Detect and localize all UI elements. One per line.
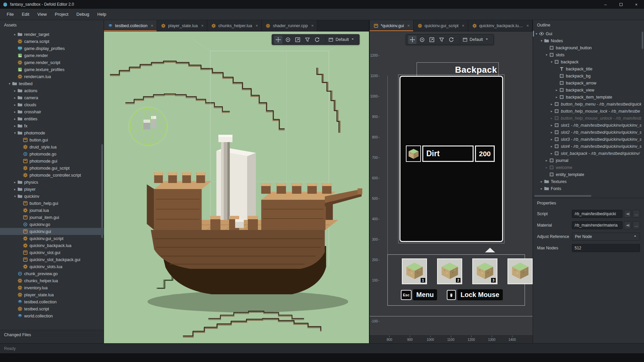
- menu-help[interactable]: Help: [93, 12, 110, 17]
- asset-item-quickinv-gui-script[interactable]: quickinv.gui_script: [0, 235, 104, 242]
- property-select[interactable]: Per Node: [572, 233, 640, 241]
- left-tab-shader-runner-cpp[interactable]: shader_runner.cpp×: [262, 20, 317, 31]
- asset-item-testbed[interactable]: ▾testbed: [0, 80, 104, 87]
- scale-tool-button[interactable]: [293, 36, 302, 44]
- outline-item-fonts[interactable]: ▸Fonts: [533, 185, 641, 192]
- asset-item-quickinv-slot-backpack-gui[interactable]: quickinv_slot_backpack.gui: [0, 256, 104, 263]
- asset-item-game-texture-profiles[interactable]: game.texture_profiles: [0, 66, 104, 73]
- expander-right-icon[interactable]: ▸: [544, 166, 549, 169]
- open-resource-button[interactable]: [624, 210, 631, 218]
- minimize-button[interactable]: –: [598, 0, 613, 9]
- outline-item-nodes[interactable]: ▾Nodes: [533, 37, 641, 44]
- right-tab-quickinv-backpack-lu[interactable]: quickinv_backpack.lu…×: [468, 20, 533, 31]
- right-tab-quickinv-gui[interactable]: *quickinv.gui×: [370, 20, 414, 31]
- move-tool-button[interactable]: [408, 36, 417, 44]
- move-tool-button[interactable]: [274, 36, 282, 44]
- expander-down-icon[interactable]: ▾: [13, 194, 17, 198]
- asset-item-physics[interactable]: ▸physics: [0, 179, 104, 186]
- expander-right-icon[interactable]: ▸: [549, 130, 554, 134]
- asset-item-photomode-gui-script[interactable]: photomode.gui_script: [0, 165, 104, 172]
- expander-right-icon[interactable]: ▸: [549, 144, 554, 148]
- changed-files-section[interactable]: Changed Files: [0, 330, 104, 339]
- filter-tool-button[interactable]: [437, 36, 446, 44]
- gui-editor-viewport[interactable]: Backpack Dirt 200 123 Esc Menu Lock Mous…: [370, 32, 533, 343]
- asset-item-clouds[interactable]: ▸clouds: [0, 101, 104, 108]
- expander-right-icon[interactable]: ▸: [549, 123, 554, 127]
- asset-item-game-display-profiles[interactable]: game.display_profiles: [0, 45, 104, 52]
- view-preset-dropdown[interactable]: Default: [325, 36, 357, 44]
- browse-resource-button[interactable]: …: [633, 221, 640, 229]
- asset-item-button-help-gui[interactable]: button_help.gui: [0, 200, 104, 207]
- expander-right-icon[interactable]: ▸: [554, 95, 559, 99]
- asset-item-camera[interactable]: ▸camera: [0, 94, 104, 101]
- asset-item-game-render[interactable]: game.render: [0, 52, 104, 59]
- asset-item-quickinv-backpack-lua[interactable]: quickinv_backpack.lua: [0, 242, 104, 249]
- asset-item-chunk-preview-go[interactable]: chunk_preview.go: [0, 270, 104, 277]
- outline-item-slot4-rb-main-testbed-quickinv-quickinv-[interactable]: ▸slot4 - /rb_main/testbed/quickinv/quick…: [533, 143, 641, 150]
- expander-right-icon[interactable]: ▸: [539, 187, 544, 190]
- close-tab-icon[interactable]: ×: [151, 23, 154, 28]
- outline-item-backpack-view[interactable]: ▸backpack_view: [533, 86, 641, 94]
- scene-3d-viewport[interactable]: Default: [104, 32, 369, 343]
- outline-item-gui[interactable]: ▾Gui: [533, 30, 641, 37]
- expander-down-icon[interactable]: ▾: [539, 39, 544, 43]
- asset-item-camera-script[interactable]: camera.script: [0, 38, 104, 45]
- close-tab-icon[interactable]: ×: [311, 23, 314, 28]
- outline-item-slot1-rb-main-testbed-quickinv-quickinv-[interactable]: ▸slot1 - /rb_main/testbed/quickinv/quick…: [533, 122, 641, 129]
- outline-hscrollbar[interactable]: [534, 195, 591, 197]
- asset-item-photomode-go[interactable]: photomode.go: [0, 150, 104, 158]
- asset-item-photomode-gui[interactable]: photomode.gui: [0, 158, 104, 165]
- close-tab-icon[interactable]: ×: [462, 23, 465, 28]
- asset-item-player[interactable]: ▸player: [0, 186, 104, 193]
- expander-right-icon[interactable]: ▸: [549, 109, 554, 113]
- view-preset-dropdown[interactable]: Default: [460, 36, 491, 44]
- outline-vscrollbar[interactable]: [642, 32, 643, 49]
- menu-edit[interactable]: Edit: [18, 12, 33, 17]
- expander-right-icon[interactable]: ▸: [13, 103, 17, 107]
- titlebar[interactable]: fantasy_sandbox - Defold Editor 2.0 – ×: [0, 0, 644, 9]
- outline-item-entity-template[interactable]: entity_template: [533, 171, 641, 178]
- expander-down-icon[interactable]: ▾: [549, 60, 554, 64]
- asset-item-player-state-lua[interactable]: player_state.lua: [0, 291, 104, 298]
- expander-right-icon[interactable]: ▸: [13, 110, 17, 114]
- expander-down-icon[interactable]: ▾: [534, 32, 539, 36]
- asset-item-button-gui[interactable]: button.gui: [0, 136, 104, 143]
- expander-right-icon[interactable]: ▸: [549, 152, 554, 155]
- close-tab-icon[interactable]: ×: [407, 23, 410, 28]
- asset-item-rendercam-lua[interactable]: rendercam.lua: [0, 73, 104, 80]
- asset-item-photomode-controller-script[interactable]: photomode_controller.script: [0, 172, 104, 179]
- outline-item-textures[interactable]: ▸Textures: [533, 178, 641, 185]
- expander-right-icon[interactable]: ▸: [13, 124, 17, 128]
- asset-item-crosshair[interactable]: ▸crosshair: [0, 108, 104, 115]
- asset-item-world-collection[interactable]: world.collection: [0, 312, 104, 319]
- outline-item-background-button[interactable]: background_button: [533, 44, 641, 51]
- property-value-input[interactable]: /rb_main/render/materia: [572, 221, 623, 229]
- expander-right-icon[interactable]: ▸: [13, 89, 17, 93]
- rotate-tool-button[interactable]: [284, 36, 292, 44]
- close-tab-icon[interactable]: ×: [256, 23, 258, 28]
- asset-item-journal-item-gui[interactable]: journal_item.gui: [0, 214, 104, 221]
- outline-item-backpack-arrow[interactable]: backpack_arrow: [533, 79, 641, 86]
- outline-item-slots[interactable]: ▾slots: [533, 51, 641, 58]
- filter-tool-button[interactable]: [303, 36, 312, 44]
- asset-item-druid-style-lua[interactable]: druid_style.lua: [0, 143, 104, 150]
- outline-item-slot-backpack-rb-main-testbed-quickinv[interactable]: ▸slot_backpack - /rb_main/testbed/quicki…: [533, 150, 641, 157]
- close-button[interactable]: ×: [629, 0, 644, 9]
- menu-file[interactable]: File: [3, 12, 18, 17]
- asset-item-journal-lua[interactable]: journal.lua: [0, 207, 104, 214]
- reload-tool-button[interactable]: [447, 36, 455, 44]
- outline-item-backpack[interactable]: ▾backpack: [533, 58, 641, 65]
- expander-right-icon[interactable]: ▸: [13, 117, 17, 121]
- expander-right-icon[interactable]: ▸: [13, 180, 17, 184]
- open-resource-button[interactable]: [624, 221, 631, 229]
- close-tab-icon[interactable]: ×: [201, 23, 204, 28]
- scale-tool-button[interactable]: [428, 36, 436, 44]
- outline-item-slot3-rb-main-testbed-quickinv-quickinv-[interactable]: ▸slot3 - /rb_main/testbed/quickinv/quick…: [533, 136, 641, 143]
- outline-item-backpack-title[interactable]: backpack_title: [533, 65, 641, 72]
- outline-item-slot2-rb-main-testbed-quickinv-quickinv-[interactable]: ▸slot2 - /rb_main/testbed/quickinv/quick…: [533, 129, 641, 136]
- left-tab-chunks-helper-lua[interactable]: chunks_helper.lua×: [207, 20, 262, 31]
- rotate-tool-button[interactable]: [418, 36, 426, 44]
- expander-right-icon[interactable]: ▸: [549, 137, 554, 141]
- outline-item-backpack-item-template[interactable]: ▸backpack_item_template: [533, 94, 641, 101]
- asset-item-photomode[interactable]: ▾photomode: [0, 129, 104, 136]
